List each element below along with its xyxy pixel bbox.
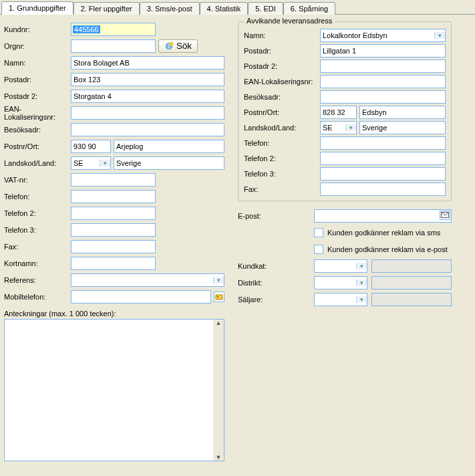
- chevron-down-icon: ▾: [434, 32, 445, 39]
- lev-postadr2-label: Postadr 2:: [244, 62, 320, 70]
- distrikt-display: [371, 276, 452, 289]
- ean-input[interactable]: [71, 106, 224, 120]
- saljare-select[interactable]: ▾: [314, 293, 367, 306]
- postadr2-input[interactable]: [71, 90, 224, 103]
- vat-input[interactable]: [71, 173, 156, 187]
- saljare-display: [371, 293, 452, 306]
- lev-tel-label: Telefon:: [244, 139, 320, 147]
- saljare-label: Säljare:: [238, 295, 314, 304]
- kundnr-input[interactable]: 445566: [71, 23, 156, 36]
- tel2-input[interactable]: [71, 207, 156, 220]
- reklam-epost-label: Kunden godkänner reklam via e-post: [327, 245, 448, 253]
- tel3-label: Telefon 3:: [4, 226, 71, 234]
- lev-tel2-label: Telefon 2:: [244, 154, 320, 162]
- postnrort-label: Postnr/Ort:: [4, 142, 71, 150]
- svg-rect-2: [216, 295, 222, 300]
- tab-sparning[interactable]: 6. Spårning: [283, 2, 335, 15]
- land-input[interactable]: [114, 156, 224, 170]
- tab-fler-uppgifter[interactable]: 2. Fler uppgifter: [73, 2, 140, 15]
- reklam-sms-label: Kunden godkänner reklam via sms: [327, 229, 440, 237]
- orgnr-input[interactable]: [71, 39, 156, 53]
- anteckningar-label: Anteckningar (max. 1 000 tecken):: [4, 310, 224, 318]
- lev-fax-input[interactable]: [320, 183, 446, 196]
- lev-besok-label: Besöksadr:: [244, 93, 320, 101]
- mobil-label: Mobiltelefon:: [4, 293, 71, 301]
- anteckningar-textarea[interactable]: ▲ ▼: [4, 319, 224, 461]
- tab-edi[interactable]: 5. EDI: [248, 2, 283, 15]
- chevron-down-icon: ▾: [356, 263, 367, 269]
- mobil-icon-button[interactable]: [214, 291, 224, 302]
- lev-postnr-input[interactable]: [320, 106, 357, 119]
- chevron-down-icon: ▾: [345, 124, 356, 131]
- lev-tel2-input[interactable]: [320, 152, 446, 165]
- kundkat-display: [371, 259, 452, 273]
- fax-label: Fax:: [4, 243, 71, 251]
- kundnr-label: Kundnr:: [4, 25, 71, 33]
- lev-tel-input[interactable]: [320, 136, 446, 150]
- kundkat-select[interactable]: ▾: [314, 259, 367, 273]
- postadr2-label: Postadr 2:: [4, 92, 71, 100]
- lev-namn-select[interactable]: Lokalkontor Edsbyn▾: [320, 29, 446, 42]
- namn-input[interactable]: [71, 56, 224, 70]
- lev-besok-input[interactable]: [320, 90, 446, 104]
- epost-input[interactable]: [314, 209, 452, 223]
- namn-label: Namn:: [4, 59, 71, 67]
- postadr-input[interactable]: [71, 73, 224, 86]
- fax-input[interactable]: [71, 240, 156, 253]
- referens-select[interactable]: ▾: [71, 273, 224, 287]
- lev-postadr-label: Postadr:: [244, 47, 320, 55]
- postadr-label: Postadr:: [4, 76, 71, 84]
- lev-postadr2-input[interactable]: [320, 60, 446, 73]
- chevron-down-icon: ▾: [213, 277, 224, 283]
- ort-input[interactable]: [114, 140, 224, 153]
- envelope-icon: [441, 212, 449, 219]
- lev-landskod-label: Landskod/Land:: [244, 124, 320, 132]
- scroll-up-icon: ▲: [216, 320, 222, 326]
- svg-rect-3: [217, 296, 218, 298]
- vat-label: VAT-nr:: [4, 176, 71, 184]
- besok-label: Besöksadr:: [4, 126, 71, 134]
- lev-postnrort-label: Postnr/Ort:: [244, 108, 320, 116]
- epost-icon-button[interactable]: [440, 211, 450, 220]
- reklam-epost-checkbox[interactable]: [314, 245, 323, 254]
- tel-input[interactable]: [71, 190, 156, 203]
- kortnamn-input[interactable]: [71, 257, 156, 270]
- chevron-down-icon: ▾: [356, 279, 367, 286]
- reklam-sms-checkbox[interactable]: [314, 228, 323, 237]
- ean-label: EAN-Lokaliseringsnr:: [4, 105, 71, 121]
- lev-land-input[interactable]: [359, 121, 446, 134]
- scroll-down-icon: ▼: [216, 454, 222, 461]
- tel2-label: Telefon 2:: [4, 209, 71, 217]
- chevron-down-icon: ▾: [356, 296, 367, 303]
- landskod-select[interactable]: SE▾: [71, 156, 111, 170]
- avvikande-leveransadress-group: Avvikande leveransadress Namn: Lokalkont…: [238, 21, 452, 201]
- tab-grunduppgifter[interactable]: 1. Grunduppgifter: [1, 1, 73, 15]
- lev-landskod-select[interactable]: SE▾: [320, 121, 357, 134]
- tab-bar: 1. Grunduppgifter 2. Fler uppgifter 3. S…: [0, 0, 475, 15]
- tel-label: Telefon:: [4, 193, 71, 201]
- lev-namn-label: Namn:: [244, 31, 320, 39]
- lev-tel3-input[interactable]: [320, 167, 446, 181]
- svg-point-1: [170, 41, 173, 45]
- group-title: Avvikande leveransadress: [244, 17, 335, 25]
- mobil-input[interactable]: [71, 290, 211, 304]
- lev-ean-input[interactable]: [320, 75, 446, 88]
- lev-postadr-input[interactable]: [320, 44, 446, 57]
- distrikt-select[interactable]: ▾: [314, 276, 367, 289]
- tab-statistik[interactable]: 4. Statistik: [200, 2, 249, 15]
- lev-fax-label: Fax:: [244, 185, 320, 193]
- globe-icon: [164, 41, 174, 51]
- referens-label: Referens:: [4, 276, 71, 284]
- tab-sms-epost[interactable]: 3. Sms/e-post: [140, 2, 200, 15]
- orgnr-label: Orgnr:: [4, 42, 71, 50]
- lev-ort-input[interactable]: [359, 106, 446, 119]
- kundkat-label: Kundkat:: [238, 262, 314, 270]
- landskod-label: Landskod/Land:: [4, 159, 71, 167]
- kortnamn-label: Kortnamn:: [4, 259, 71, 267]
- besok-input[interactable]: [71, 123, 224, 136]
- sok-button[interactable]: Sök: [158, 39, 198, 53]
- scrollbar[interactable]: ▲ ▼: [213, 320, 224, 461]
- phone-card-icon: [215, 293, 223, 301]
- postnr-input[interactable]: [71, 140, 111, 153]
- tel3-input[interactable]: [71, 223, 156, 237]
